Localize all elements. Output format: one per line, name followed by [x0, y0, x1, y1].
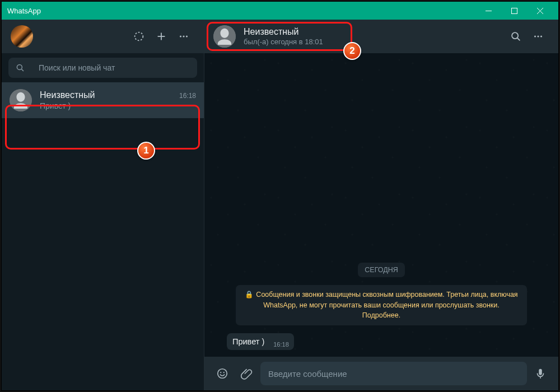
svg-point-10	[17, 64, 22, 69]
chat-item-time: 16:18	[179, 92, 196, 100]
chat-contact-avatar[interactable]	[213, 25, 236, 48]
message-composer: Введите сообщение	[204, 357, 558, 390]
svg-point-4	[135, 32, 143, 41]
chat-header[interactable]: Неизвестный был(-а) сегодня в 18:01 2	[204, 20, 558, 53]
search-placeholder: Поиск или новый чат	[39, 63, 115, 72]
svg-point-20	[220, 372, 221, 373]
chat-list: Неизвестный 16:18 Привет )	[2, 82, 204, 390]
maximize-icon	[511, 8, 517, 14]
message-bubble[interactable]: Привет ) 16:18	[227, 333, 294, 350]
messages-area[interactable]: СЕГОДНЯ 🔒Сообщения и звонки защищены скв…	[204, 53, 558, 357]
svg-line-11	[21, 69, 24, 71]
sidebar: Поиск или новый чат Неизвестный 16:18	[2, 20, 204, 390]
chat-menu-button[interactable]	[527, 25, 549, 48]
search-icon	[15, 63, 25, 73]
person-icon	[10, 89, 32, 111]
minimize-icon	[486, 8, 492, 14]
svg-point-21	[223, 372, 225, 373]
chat-search-button[interactable]	[505, 25, 527, 48]
message-text: Привет )	[232, 337, 264, 346]
person-icon	[213, 25, 236, 48]
window-minimize-button[interactable]	[475, 2, 501, 20]
encryption-notice[interactable]: 🔒Сообщения и звонки защищены сквозным ши…	[236, 285, 527, 325]
message-row: Привет ) 16:18	[227, 333, 536, 350]
smiley-icon	[216, 367, 228, 380]
emoji-button[interactable]	[211, 362, 234, 385]
close-icon	[537, 8, 543, 14]
chat-list-item[interactable]: Неизвестный 16:18 Привет )	[2, 82, 204, 118]
search-input[interactable]: Поиск или новый чат	[8, 58, 197, 78]
date-separator: СЕГОДНЯ	[358, 263, 404, 277]
svg-line-15	[517, 38, 520, 41]
plus-icon	[155, 30, 167, 43]
title-bar: WhatsApp	[2, 2, 558, 20]
app-title: WhatsApp	[7, 7, 41, 15]
profile-avatar[interactable]	[11, 25, 33, 48]
sidebar-header	[2, 20, 204, 53]
message-time: 16:18	[273, 341, 289, 348]
svg-rect-22	[539, 369, 542, 375]
chat-contact-status: был(-а) сегодня в 18:01	[244, 38, 323, 46]
chat-item-name: Неизвестный	[40, 90, 95, 100]
main-area: Поиск или новый чат Неизвестный 16:18	[2, 20, 558, 390]
svg-point-7	[180, 35, 181, 37]
app-window: WhatsApp	[1, 1, 559, 391]
chat-contact-name: Неизвестный	[244, 27, 323, 37]
chat-item-info: Неизвестный 16:18 Привет )	[40, 90, 196, 110]
window-maximize-button[interactable]	[501, 2, 527, 20]
chat-item-preview: Привет )	[40, 101, 196, 110]
svg-point-8	[183, 35, 184, 37]
search-container: Поиск или новый чат	[2, 53, 204, 82]
menu-button[interactable]	[172, 25, 195, 48]
search-icon	[510, 30, 522, 43]
svg-point-16	[534, 35, 536, 37]
dots-horizontal-icon	[178, 30, 190, 43]
svg-point-19	[218, 369, 227, 379]
svg-rect-1	[511, 8, 517, 13]
encryption-notice-text: Сообщения и звонки защищены сквозным шиф…	[256, 291, 517, 320]
message-input[interactable]: Введите сообщение	[260, 362, 527, 385]
chat-pane: Неизвестный был(-а) сегодня в 18:01 2 СЕ…	[204, 20, 558, 390]
svg-point-9	[186, 35, 188, 37]
voice-message-button[interactable]	[529, 362, 552, 385]
new-chat-button[interactable]	[150, 25, 172, 48]
status-button[interactable]	[128, 25, 150, 48]
contact-avatar	[10, 89, 32, 111]
paperclip-icon	[241, 367, 253, 380]
svg-point-18	[540, 35, 542, 37]
dots-horizontal-icon	[532, 30, 544, 43]
window-close-button[interactable]	[527, 2, 553, 20]
microphone-icon	[534, 367, 547, 380]
lock-icon: 🔒	[245, 291, 254, 298]
svg-point-17	[537, 35, 539, 37]
svg-point-14	[512, 32, 518, 39]
chat-header-title-block: Неизвестный был(-а) сегодня в 18:01	[244, 27, 323, 46]
status-icon	[133, 30, 145, 43]
attach-button[interactable]	[236, 362, 258, 385]
message-input-placeholder: Введите сообщение	[268, 369, 347, 379]
